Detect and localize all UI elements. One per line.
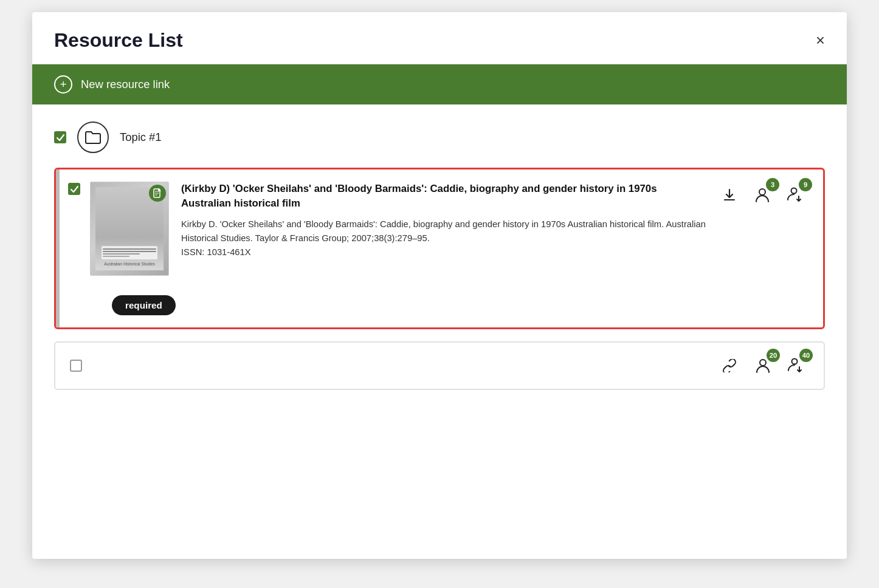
close-button[interactable]: × xyxy=(816,33,825,49)
topic-row: Topic #1 xyxy=(54,121,825,153)
new-resource-bar[interactable]: + New resource link xyxy=(32,64,847,104)
modal-title: Resource List xyxy=(54,29,183,52)
second-views-button[interactable]: 20 xyxy=(750,352,776,379)
resource-citation: Kirkby D. 'Ocker Sheilahs' and 'Bloody B… xyxy=(181,217,706,259)
downloads-button[interactable]: 9 xyxy=(782,182,808,208)
resource-card-partial: 20 40 xyxy=(54,341,825,390)
second-downloads-badge: 40 xyxy=(799,349,813,362)
resource-list-modal: Resource List × + New resource link Topi… xyxy=(32,12,847,559)
plus-circle-icon: + xyxy=(54,75,72,94)
views-badge: 3 xyxy=(766,178,779,191)
content-area: Topic #1 xyxy=(32,104,847,407)
svg-point-5 xyxy=(759,189,765,195)
views-button[interactable]: 3 xyxy=(749,182,776,208)
topic-label: Topic #1 xyxy=(120,131,162,144)
resource-checkbox[interactable] xyxy=(68,183,80,195)
second-card-checkbox[interactable] xyxy=(70,360,82,372)
second-card-actions: 20 40 xyxy=(717,352,809,379)
required-tag: required xyxy=(112,295,176,315)
svg-point-8 xyxy=(792,359,798,364)
accent-bar xyxy=(56,169,60,327)
resource-title: (Kirkby D) 'Ocker Sheilahs' and 'Bloody … xyxy=(181,182,706,210)
second-views-badge: 20 xyxy=(767,349,780,362)
topic-checkbox[interactable] xyxy=(54,131,66,143)
new-resource-label: New resource link xyxy=(81,78,170,91)
resource-card: Australian Historical Studies xyxy=(54,168,825,329)
second-link-button[interactable] xyxy=(717,352,743,379)
downloads-badge: 9 xyxy=(799,178,812,191)
book-thumbnail: Australian Historical Studies xyxy=(90,182,169,276)
svg-point-6 xyxy=(791,188,797,194)
download-button[interactable] xyxy=(716,182,743,208)
book-title: Australian Historical Studies xyxy=(104,262,155,267)
second-downloads-button[interactable]: 40 xyxy=(782,352,809,379)
folder-icon xyxy=(77,121,109,153)
svg-point-7 xyxy=(760,360,766,366)
doc-type-badge xyxy=(149,185,166,202)
modal-header: Resource List × xyxy=(32,12,847,64)
card-actions: 3 9 xyxy=(716,182,808,208)
